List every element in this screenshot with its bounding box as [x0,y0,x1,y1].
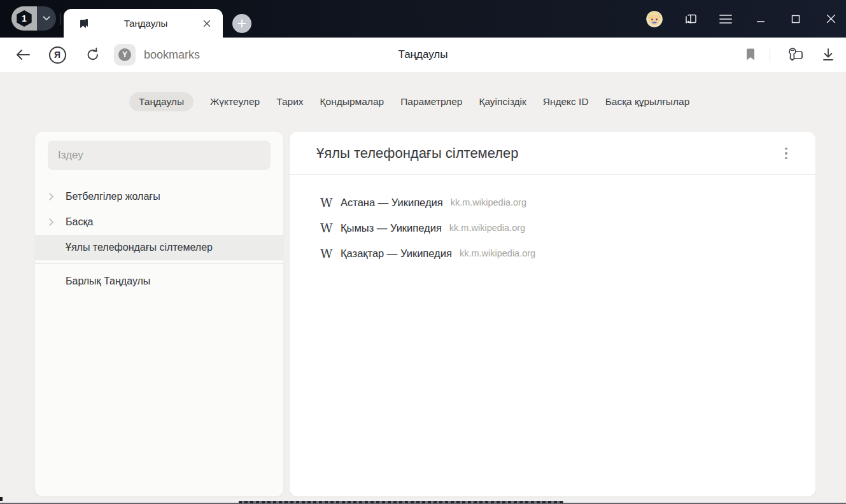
bookmarks-tab-icon [78,17,90,30]
yandex-logo-letter: Я [54,50,60,60]
bookmark-row[interactable]: W Қымыз — Уикипедия kk.m.wikipedia.org [290,215,815,241]
nav-tab-security[interactable]: Қауіпсіздік [479,92,526,111]
bookmark-title: Қымыз — Уикипедия [341,222,442,234]
bookmark-url: kk.m.wikipedia.org [451,197,526,207]
favicon-letter: Y [122,50,127,59]
wikipedia-favicon: W [320,197,335,209]
bookmark-flag-icon[interactable] [742,46,759,64]
folder-label: Ұялы телефондағы сілтемелер [66,242,213,253]
bookmark-title: Қазақтар — Уикипедия [341,248,452,260]
wikipedia-favicon: W [320,248,335,260]
plus-icon [237,19,246,28]
nav-tab-yandex-id[interactable]: Яндекс ID [543,92,589,111]
nav-tab-downloads[interactable]: Жүктеулер [210,92,260,111]
nav-tab-settings[interactable]: Параметрлер [400,92,462,111]
yandex-logo-icon[interactable]: Я [48,46,66,64]
bookmarks-nav-tabs: Таңдаулы Жүктеулер Тарих Қондырмалар Пар… [129,92,689,111]
bookmark-url: kk.m.wikipedia.org [449,223,525,233]
nav-tab-history[interactable]: Тарих [276,92,303,111]
tab-group-button[interactable]: 1 [11,6,56,31]
folder-other[interactable]: Басқа [35,209,283,235]
bookmark-row[interactable]: W Қазақтар — Уикипедия kk.m.wikipedia.or… [290,241,815,266]
profile-avatar[interactable] [646,11,663,27]
close-button[interactable] [824,12,838,26]
menu-icon[interactable] [719,12,733,26]
address-bar-text[interactable]: bookmarks [144,48,200,62]
tab-count-badge: 1 [16,10,32,27]
side-panel-icon[interactable] [684,12,698,26]
chevron-down-icon [43,16,50,21]
bookmarks-sidebar: Бетбелгілер жолағы Басқа Ұялы телефондағ… [35,132,283,496]
all-favorites-item[interactable]: Барлық Таңдаулы [35,267,283,295]
folder-list: Бетбелгілер жолағы Басқа Ұялы телефондағ… [35,184,283,295]
bookmarks-main-panel: Ұялы телефондағы сілтемелер W Астана — У… [290,132,815,496]
tab-count-segment[interactable]: 1 [11,6,37,31]
search-input[interactable] [48,141,271,170]
reload-button[interactable] [84,46,102,64]
folder-heading: Ұялы телефондағы сілтемелер [316,145,519,162]
chevron-right-icon[interactable] [46,192,55,201]
all-favorites-label: Барлық Таңдаулы [66,276,150,287]
bookmark-list: W Астана — Уикипедия kk.m.wikipedia.org … [290,175,815,266]
toolbar-separator [770,47,770,62]
protect-passwords-icon[interactable] [786,46,804,64]
wikipedia-favicon: W [320,222,335,234]
sidebar-divider [35,263,283,264]
bookmark-title: Астана — Уикипедия [341,197,443,209]
new-tab-button[interactable] [232,14,251,33]
tab-group-dropdown[interactable] [37,6,56,31]
back-button[interactable] [14,46,32,64]
minimize-button[interactable] [754,12,768,26]
browser-tab[interactable]: Таңдаулы [64,9,223,38]
bookmark-row[interactable]: W Астана — Уикипедия kk.m.wikipedia.org [290,190,815,215]
maximize-button[interactable] [789,12,803,26]
browser-toolbar: Я Y bookmarks Таңдаулы [0,38,846,72]
taskbar-sliver [239,501,563,503]
folder-label: Басқа [66,216,93,228]
main-header: Ұялы телефондағы сілтемелер [290,132,815,175]
titlebar-separator [60,13,61,25]
corner-artifact [0,497,3,501]
titlebar: 1 Таңдаулы [0,0,846,38]
download-icon[interactable] [819,46,837,64]
nav-tab-extensions[interactable]: Қондырмалар [320,92,384,111]
tab-close-icon[interactable] [201,18,213,29]
folder-mobile-links[interactable]: Ұялы телефондағы сілтемелер [35,235,283,260]
chevron-right-icon[interactable] [46,218,55,227]
avatar-image [646,11,663,27]
nav-tab-other-devices[interactable]: Басқа құрылғылар [605,92,690,111]
page-favicon: Y [114,44,136,66]
folder-label: Бетбелгілер жолағы [66,191,160,202]
folder-bookmarks-bar[interactable]: Бетбелгілер жолағы [35,184,283,209]
bookmark-url: kk.m.wikipedia.org [460,248,535,258]
kebab-menu-icon[interactable] [777,144,795,162]
nav-tab-favorites[interactable]: Таңдаулы [129,92,194,111]
tab-title: Таңдаулы [90,18,201,29]
